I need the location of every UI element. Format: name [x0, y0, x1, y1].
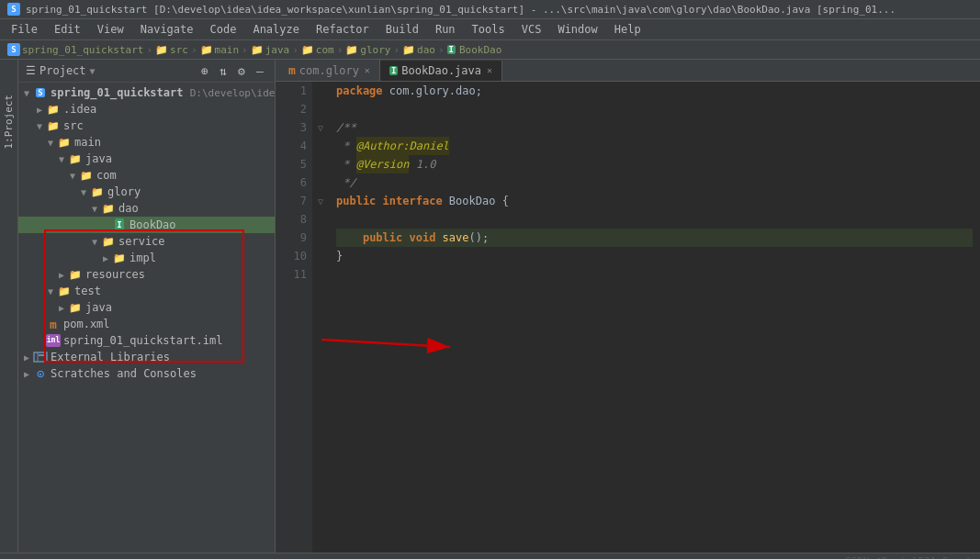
menu-file[interactable]: File: [4, 21, 45, 38]
breadcrumb-com[interactable]: com: [316, 44, 334, 56]
title-bar: S spring_01_quickstart [D:\develop\idea\…: [0, 0, 980, 19]
line-num-6: 6: [276, 173, 307, 192]
line-num-4: 4: [276, 137, 307, 155]
tree-arrow-scratches: ▶: [20, 369, 33, 379]
tree-item-main[interactable]: ▼ 📁 main: [18, 134, 275, 151]
collapse-icon-7[interactable]: ▽: [318, 196, 323, 207]
project-title-text: Project: [39, 64, 86, 77]
code-line-4: * @Author:Daniel: [336, 137, 973, 155]
breadcrumb-src-icon: 📁: [155, 44, 168, 56]
tree-label-idea: .idea: [63, 103, 96, 116]
tree-icon-resources: 📁: [68, 267, 83, 282]
breadcrumb-project[interactable]: spring_01_quickstart: [22, 44, 143, 56]
app-icon: S: [7, 3, 20, 16]
tree-item-iml[interactable]: ▶ iml spring_01_quickstart.iml: [18, 332, 275, 349]
tree-label-root: spring_01_quickstart D:\develop\idea\ide: [51, 86, 275, 99]
tree-icon-dao: 📁: [101, 201, 116, 216]
code-content: package com.glory.dao; /** * @Author:Dan…: [329, 82, 980, 553]
tree-arrow-root: ▼: [20, 88, 33, 98]
line-num-2: 2: [276, 100, 307, 118]
tree-icon-glory: 📁: [90, 184, 105, 199]
tree-item-resources[interactable]: ▶ 📁 resources: [18, 266, 275, 283]
watermark: CSDN @Daniel521-Spark: [845, 555, 973, 559]
panel-settings-btn[interactable]: ⚙: [234, 63, 249, 78]
tree-item-bookdao[interactable]: ▶ I BookDao: [18, 217, 275, 233]
panel-toolbar: ⊕ ⇅ ⚙ —: [197, 63, 267, 78]
tree-item-src[interactable]: ▼ 📁 src: [18, 117, 275, 134]
tree-item-scratches[interactable]: ▶ ⊙ Scratches and Consoles: [18, 365, 275, 382]
tree-label-iml: spring_01_quickstart.iml: [63, 334, 222, 347]
breadcrumb-glory-icon: 📁: [345, 44, 358, 56]
status-bar: CSDN @Daniel521-Spark: [0, 553, 980, 559]
tree-icon-main: 📁: [57, 135, 72, 150]
tab-close-bookdao[interactable]: ✕: [487, 65, 492, 75]
project-dropdown-arrow[interactable]: ▼: [90, 66, 96, 76]
collapse-icon-3[interactable]: ▽: [318, 123, 323, 133]
breadcrumb-java[interactable]: java: [265, 44, 290, 56]
tree-arrow-resources: ▶: [55, 270, 68, 280]
tree-item-testjava[interactable]: ▶ 📁 java: [18, 299, 275, 316]
tree-item-java[interactable]: ▼ 📁 java: [18, 151, 275, 167]
project-panel-header: ☰ Project ▼ ⊕ ⇅ ⚙ —: [18, 60, 275, 83]
tab-comglory[interactable]: m com.glory ✕: [279, 60, 380, 81]
panel-hide-btn[interactable]: —: [253, 63, 267, 78]
panel-locate-btn[interactable]: ⊕: [197, 63, 212, 78]
line-num-7: 7: [276, 192, 307, 210]
tree-item-test[interactable]: ▼ 📁 test: [18, 283, 275, 299]
menu-vcs[interactable]: VCS: [514, 21, 549, 38]
menu-edit[interactable]: Edit: [47, 21, 88, 38]
menu-navigate[interactable]: Navigate: [133, 21, 201, 38]
tree-arrow-main: ▼: [44, 138, 57, 148]
tree-item-dao[interactable]: ▼ 📁 dao: [18, 200, 275, 217]
breadcrumb-bar: S spring_01_quickstart › 📁 src › 📁 main …: [0, 40, 980, 60]
tree-item-service[interactable]: ▼ 📁 service: [18, 233, 275, 250]
line-num-10: 10: [276, 247, 307, 265]
menu-run[interactable]: Run: [428, 21, 463, 38]
tree-item-idea[interactable]: ▶ 📁 .idea: [18, 101, 275, 117]
tree-icon-testjava: 📁: [68, 300, 83, 315]
tree-arrow-java: ▼: [55, 154, 68, 164]
breadcrumb-bookdao[interactable]: BookDao: [459, 44, 501, 56]
menu-analyze[interactable]: Analyze: [245, 21, 307, 38]
project-tab-label[interactable]: 1:Project: [1, 87, 17, 157]
tree-label-extlib: External Libraries: [51, 351, 170, 363]
tree-label-java: java: [85, 152, 112, 165]
tree-item-com[interactable]: ▼ 📁 com: [18, 167, 275, 184]
tree-item-pom[interactable]: ▶ m pom.xml: [18, 316, 275, 332]
tree-arrow-src: ▼: [33, 121, 46, 131]
tree-item-root[interactable]: ▼ S spring_01_quickstart D:\develop\idea…: [18, 84, 275, 101]
tree-icon-scratches: ⊙: [33, 366, 48, 381]
tree-item-impl[interactable]: ▶ 📁 impl: [18, 250, 275, 266]
gutter: ▽ ▽: [312, 82, 329, 553]
code-line-8: [336, 210, 973, 229]
menu-code[interactable]: Code: [203, 21, 244, 38]
menu-window[interactable]: Window: [550, 21, 604, 38]
menu-build[interactable]: Build: [378, 21, 426, 38]
tab-icon-i: I: [389, 66, 398, 75]
breadcrumb-project-icon: S: [7, 43, 20, 56]
tree-icon-java: 📁: [68, 151, 83, 166]
menu-tools[interactable]: Tools: [465, 21, 513, 38]
breadcrumb-java-icon: 📁: [251, 44, 264, 56]
menu-view[interactable]: View: [90, 21, 131, 38]
tab-close-comglory[interactable]: ✕: [365, 65, 370, 75]
breadcrumb-dao[interactable]: dao: [417, 44, 435, 56]
breadcrumb-com-icon: 📁: [301, 44, 314, 56]
tree-item-extlib[interactable]: ▶ External Libraries: [18, 349, 275, 365]
line-num-8: 8: [276, 210, 307, 229]
tree-item-glory[interactable]: ▼ 📁 glory: [18, 184, 275, 200]
breadcrumb-src[interactable]: src: [170, 44, 188, 56]
breadcrumb-glory[interactable]: glory: [360, 44, 390, 56]
tree-arrow-testjava: ▶: [55, 303, 68, 313]
tree-arrow-dao: ▼: [88, 204, 101, 214]
tab-bookdao[interactable]: I BookDao.java ✕: [380, 61, 502, 81]
title-text: spring_01_quickstart [D:\develop\idea\id…: [26, 4, 896, 16]
tree-label-service: service: [118, 235, 165, 248]
tree-icon-service: 📁: [101, 234, 116, 249]
tree-icon-impl: 📁: [112, 251, 127, 265]
breadcrumb-main[interactable]: main: [215, 44, 240, 56]
code-line-1: package com.glory.dao;: [336, 82, 973, 100]
panel-collapse-btn[interactable]: ⇅: [216, 63, 231, 78]
menu-help[interactable]: Help: [607, 21, 648, 38]
menu-refactor[interactable]: Refactor: [309, 21, 377, 38]
